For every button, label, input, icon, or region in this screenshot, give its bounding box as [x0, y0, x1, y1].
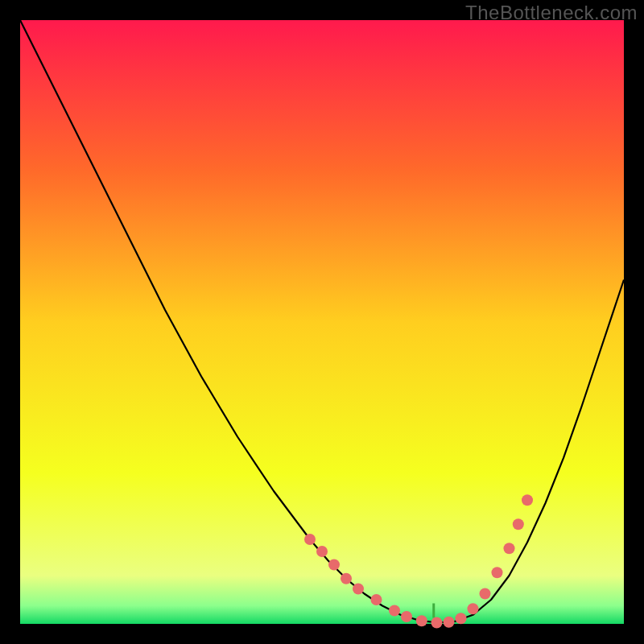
- plot-background: [20, 20, 624, 624]
- highlight-dot: [504, 543, 515, 554]
- watermark-text: TheBottleneck.com: [465, 2, 638, 24]
- highlight-dot: [304, 534, 316, 545]
- highlight-dot: [431, 617, 443, 629]
- highlight-dot: [316, 546, 328, 557]
- highlight-dot: [353, 584, 364, 595]
- bottleneck-chart: [0, 0, 644, 644]
- highlight-dot: [468, 603, 479, 614]
- highlight-dot: [389, 605, 400, 617]
- highlight-dot: [492, 567, 503, 578]
- highlight-dot: [401, 611, 412, 622]
- highlight-dot: [456, 613, 467, 624]
- green-band-marker: [432, 604, 435, 618]
- highlight-dot: [328, 559, 340, 571]
- highlight-dot: [371, 594, 382, 605]
- chart-container: TheBottleneck.com: [0, 0, 644, 644]
- highlight-dot: [341, 573, 352, 584]
- highlight-dot: [513, 518, 524, 530]
- highlight-dot: [416, 615, 427, 626]
- highlight-dot: [444, 617, 455, 628]
- highlight-dot: [480, 588, 491, 600]
- highlight-dot: [522, 494, 533, 506]
